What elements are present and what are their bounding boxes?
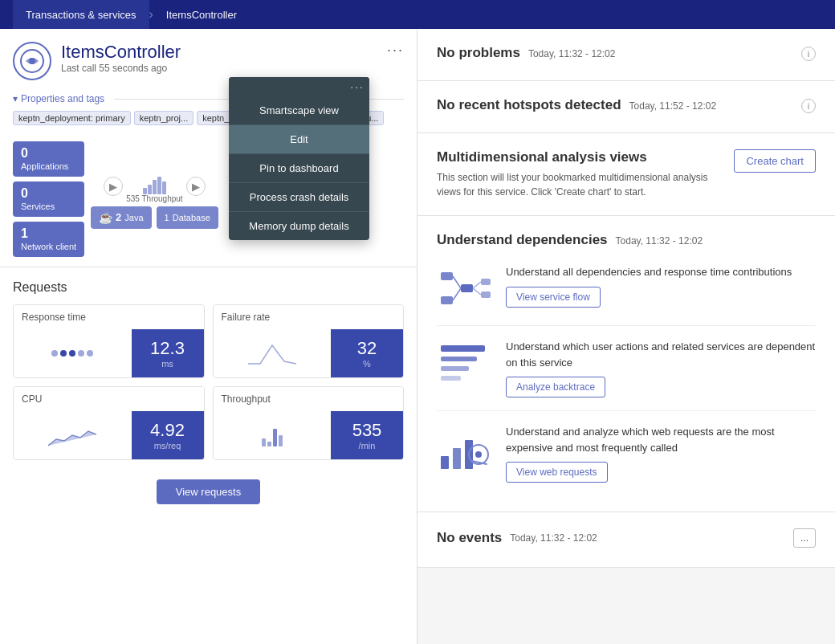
view-service-flow-button[interactable]: View service flow <box>506 287 601 308</box>
create-chart-button[interactable]: Create chart <box>734 149 816 173</box>
events-more-button[interactable]: ... <box>793 528 816 548</box>
requests-section: Requests Response time <box>0 267 417 517</box>
cpu-header: CPU <box>14 387 204 411</box>
analyze-backtrace-button[interactable]: Analyze backtrace <box>506 377 605 397</box>
dep-desc-3: Understand and analyze which web request… <box>506 424 816 455</box>
no-problems-title: No problems <box>437 45 520 61</box>
context-menu-header: ··· <box>229 77 369 96</box>
tp-bar-4 <box>157 177 161 194</box>
multi-title: Multidimensional analysis views <box>437 149 734 165</box>
no-hotspots-title: No recent hotspots detected <box>437 97 621 113</box>
applications-pill[interactable]: 0 Applications <box>13 141 84 177</box>
throughput-mini-chart <box>143 170 166 194</box>
problems-info-icon[interactable]: i <box>801 47 816 61</box>
throughput-unit: /min <box>359 441 376 450</box>
tp-bar-1 <box>143 188 147 194</box>
requests-title: Requests <box>13 280 404 295</box>
failure-rate-value-area: 32 % <box>331 329 403 377</box>
svg-rect-13 <box>441 366 469 371</box>
view-requests-container: View requests <box>13 470 404 504</box>
no-events-time: Today, 11:32 - 12:02 <box>510 532 597 544</box>
edit-button[interactable]: Edit <box>229 125 369 154</box>
memory-dump-details-button[interactable]: Memory dump details <box>229 212 369 240</box>
svg-rect-6 <box>481 291 491 298</box>
dep-item-web-requests: Understand and analyze which web request… <box>437 411 816 495</box>
view-web-requests-button[interactable]: View web requests <box>506 462 608 483</box>
dependencies-title: Understand dependencies <box>437 232 608 248</box>
no-events-section: No events Today, 11:32 - 12:02 ... <box>418 512 835 568</box>
failure-rate-body: 32 % <box>214 329 404 377</box>
java-icon: ☕ <box>99 211 112 224</box>
svg-point-20 <box>475 451 482 458</box>
dep-item-backtrace: Understand which user actions and relate… <box>437 326 816 411</box>
cpu-chart <box>14 411 132 459</box>
nav-transactions-label: Transactions & services <box>26 9 136 21</box>
multi-content: Multidimensional analysis views This sec… <box>437 149 734 199</box>
more-menu-button[interactable]: ··· <box>387 42 404 59</box>
topo-play-btn[interactable]: ▶ <box>104 177 123 196</box>
svg-rect-2 <box>461 284 473 292</box>
nav-transactions[interactable]: Transactions & services <box>13 0 149 29</box>
svg-line-9 <box>473 282 481 288</box>
process-crash-details-button[interactable]: Process crash details <box>229 183 369 212</box>
no-hotspots-header: No recent hotspots detected Today, 11:52… <box>437 97 816 113</box>
dep-item-service-flow: Understand all dependencies and response… <box>437 251 816 326</box>
applications-label: Applications <box>21 161 68 171</box>
tp-bar-c <box>273 429 277 446</box>
svg-rect-12 <box>441 357 477 361</box>
service-info: ItemsController Last call 55 seconds ago <box>61 42 404 74</box>
service-name: ItemsController <box>61 42 404 63</box>
services-pill[interactable]: 0 Services <box>13 181 84 217</box>
throughput-metric-value: 535 <box>352 420 382 441</box>
network-pill[interactable]: 1 Network client <box>13 222 84 257</box>
topo-flow-row: ▶ 535 Throughput <box>104 170 205 203</box>
dot-4 <box>78 350 84 357</box>
svg-rect-4 <box>441 296 453 304</box>
tag-1: keptn_proj... <box>134 111 194 125</box>
cpu-body: 4.92 ms/req <box>14 411 204 459</box>
pin-to-dashboard-button[interactable]: Pin to dashboard <box>229 154 369 183</box>
no-problems-time: Today, 11:32 - 12:02 <box>528 48 616 59</box>
svg-point-1 <box>29 58 35 64</box>
response-time-value-area: 12.3 ms <box>132 329 204 377</box>
database-node[interactable]: 1 Database <box>157 206 218 229</box>
response-time-card: Response time 12.3 <box>13 304 205 378</box>
throughput-chart-area <box>214 411 332 459</box>
failure-rate-chart <box>214 329 332 377</box>
svg-line-7 <box>453 276 461 288</box>
dot-1 <box>51 350 58 357</box>
svg-rect-15 <box>441 456 449 469</box>
backtrace-icon <box>437 339 493 387</box>
hotspots-info-icon[interactable]: i <box>801 99 816 113</box>
smartscape-view-button[interactable]: Smartscape view <box>229 96 369 125</box>
topo-play-btn-2[interactable]: ▶ <box>186 177 206 196</box>
svg-line-10 <box>473 288 481 295</box>
dep-info-2: Understand which user actions and relate… <box>506 339 816 397</box>
dep-info-1: Understand all dependencies and response… <box>506 264 816 308</box>
no-events-title: No events <box>437 530 502 546</box>
failure-rate-header: Failure rate <box>214 305 404 329</box>
tag-0: keptn_deployment: primary <box>13 111 131 125</box>
network-count: 1 <box>21 226 76 241</box>
throughput-header: Throughput <box>214 387 404 411</box>
tp-bar-a <box>262 438 266 446</box>
left-panel: ItemsController Last call 55 seconds ago… <box>0 29 418 644</box>
response-time-chart <box>14 329 132 377</box>
dot-2 <box>60 350 67 357</box>
context-dots[interactable]: ··· <box>350 80 365 93</box>
metrics-grid: Response time 12.3 <box>13 304 404 460</box>
services-label: Services <box>21 202 55 211</box>
dot-3 <box>69 350 75 357</box>
tp-bar-d <box>279 435 283 446</box>
db-label: Database <box>173 213 210 222</box>
tp-bar-b <box>267 442 271 446</box>
view-requests-button[interactable]: View requests <box>157 479 260 504</box>
nav-items-controller[interactable]: ItemsController <box>153 0 250 29</box>
web-requests-icon <box>437 424 493 472</box>
dep-info-3: Understand and analyze which web request… <box>506 424 816 483</box>
dep-desc-1: Understand all dependencies and response… <box>506 264 816 280</box>
failure-rate-unit: % <box>363 359 371 369</box>
context-menu: ··· Smartscape view Edit Pin to dashboar… <box>229 77 369 240</box>
wave-svg <box>248 341 296 365</box>
java-node[interactable]: ☕ 2 Java <box>91 206 151 229</box>
